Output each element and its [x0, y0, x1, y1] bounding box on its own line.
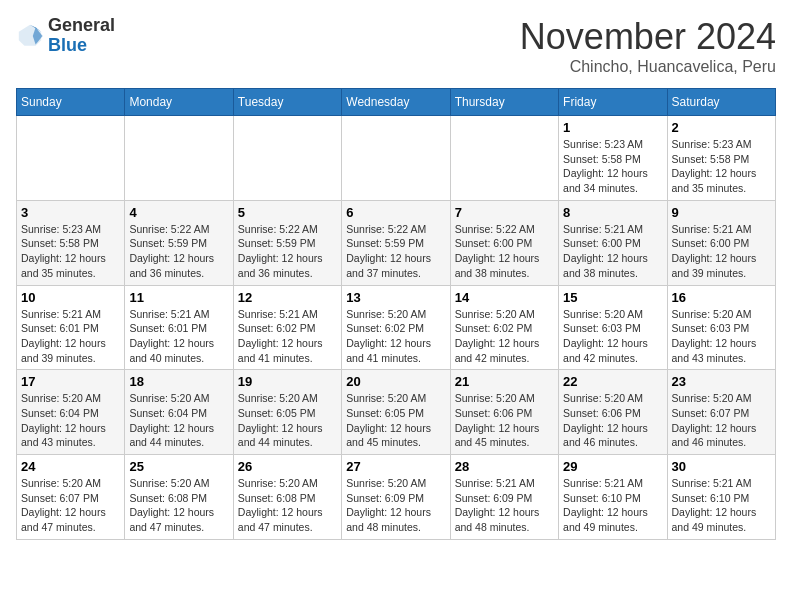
day-number: 12 — [238, 290, 337, 305]
day-number: 30 — [672, 459, 771, 474]
day-info: Sunrise: 5:20 AM Sunset: 6:03 PM Dayligh… — [672, 307, 771, 366]
logo: General Blue — [16, 16, 115, 56]
day-header-saturday: Saturday — [667, 89, 775, 116]
calendar-week-4: 17Sunrise: 5:20 AM Sunset: 6:04 PM Dayli… — [17, 370, 776, 455]
calendar-cell: 5Sunrise: 5:22 AM Sunset: 5:59 PM Daylig… — [233, 200, 341, 285]
calendar-cell — [450, 116, 558, 201]
calendar-week-3: 10Sunrise: 5:21 AM Sunset: 6:01 PM Dayli… — [17, 285, 776, 370]
calendar-cell: 7Sunrise: 5:22 AM Sunset: 6:00 PM Daylig… — [450, 200, 558, 285]
day-info: Sunrise: 5:20 AM Sunset: 6:02 PM Dayligh… — [455, 307, 554, 366]
day-header-monday: Monday — [125, 89, 233, 116]
day-header-tuesday: Tuesday — [233, 89, 341, 116]
day-number: 24 — [21, 459, 120, 474]
day-info: Sunrise: 5:23 AM Sunset: 5:58 PM Dayligh… — [563, 137, 662, 196]
day-header-friday: Friday — [559, 89, 667, 116]
day-info: Sunrise: 5:20 AM Sunset: 6:02 PM Dayligh… — [346, 307, 445, 366]
calendar-cell: 23Sunrise: 5:20 AM Sunset: 6:07 PM Dayli… — [667, 370, 775, 455]
calendar-cell: 13Sunrise: 5:20 AM Sunset: 6:02 PM Dayli… — [342, 285, 450, 370]
logo-icon — [16, 22, 44, 50]
day-number: 16 — [672, 290, 771, 305]
day-header-sunday: Sunday — [17, 89, 125, 116]
day-info: Sunrise: 5:21 AM Sunset: 6:01 PM Dayligh… — [129, 307, 228, 366]
calendar-cell: 4Sunrise: 5:22 AM Sunset: 5:59 PM Daylig… — [125, 200, 233, 285]
day-number: 20 — [346, 374, 445, 389]
location: Chincho, Huancavelica, Peru — [520, 58, 776, 76]
day-number: 25 — [129, 459, 228, 474]
calendar-cell: 29Sunrise: 5:21 AM Sunset: 6:10 PM Dayli… — [559, 455, 667, 540]
logo-blue: Blue — [48, 36, 115, 56]
day-info: Sunrise: 5:20 AM Sunset: 6:05 PM Dayligh… — [346, 391, 445, 450]
month-title: November 2024 — [520, 16, 776, 58]
day-number: 2 — [672, 120, 771, 135]
calendar-cell: 9Sunrise: 5:21 AM Sunset: 6:00 PM Daylig… — [667, 200, 775, 285]
calendar-cell: 18Sunrise: 5:20 AM Sunset: 6:04 PM Dayli… — [125, 370, 233, 455]
calendar-cell: 22Sunrise: 5:20 AM Sunset: 6:06 PM Dayli… — [559, 370, 667, 455]
calendar-cell — [17, 116, 125, 201]
calendar-cell: 16Sunrise: 5:20 AM Sunset: 6:03 PM Dayli… — [667, 285, 775, 370]
day-number: 17 — [21, 374, 120, 389]
calendar-cell: 8Sunrise: 5:21 AM Sunset: 6:00 PM Daylig… — [559, 200, 667, 285]
day-info: Sunrise: 5:21 AM Sunset: 6:10 PM Dayligh… — [563, 476, 662, 535]
calendar-cell: 25Sunrise: 5:20 AM Sunset: 6:08 PM Dayli… — [125, 455, 233, 540]
day-header-thursday: Thursday — [450, 89, 558, 116]
day-number: 23 — [672, 374, 771, 389]
calendar-cell: 12Sunrise: 5:21 AM Sunset: 6:02 PM Dayli… — [233, 285, 341, 370]
day-info: Sunrise: 5:21 AM Sunset: 6:00 PM Dayligh… — [672, 222, 771, 281]
day-number: 26 — [238, 459, 337, 474]
day-number: 1 — [563, 120, 662, 135]
day-info: Sunrise: 5:22 AM Sunset: 6:00 PM Dayligh… — [455, 222, 554, 281]
page-header: General Blue November 2024 Chincho, Huan… — [16, 16, 776, 76]
day-number: 3 — [21, 205, 120, 220]
day-number: 4 — [129, 205, 228, 220]
calendar-cell: 1Sunrise: 5:23 AM Sunset: 5:58 PM Daylig… — [559, 116, 667, 201]
calendar-cell: 17Sunrise: 5:20 AM Sunset: 6:04 PM Dayli… — [17, 370, 125, 455]
day-info: Sunrise: 5:21 AM Sunset: 6:02 PM Dayligh… — [238, 307, 337, 366]
day-info: Sunrise: 5:22 AM Sunset: 5:59 PM Dayligh… — [346, 222, 445, 281]
calendar-cell: 21Sunrise: 5:20 AM Sunset: 6:06 PM Dayli… — [450, 370, 558, 455]
day-info: Sunrise: 5:21 AM Sunset: 6:09 PM Dayligh… — [455, 476, 554, 535]
day-info: Sunrise: 5:20 AM Sunset: 6:07 PM Dayligh… — [21, 476, 120, 535]
calendar-week-2: 3Sunrise: 5:23 AM Sunset: 5:58 PM Daylig… — [17, 200, 776, 285]
day-info: Sunrise: 5:23 AM Sunset: 5:58 PM Dayligh… — [21, 222, 120, 281]
day-number: 19 — [238, 374, 337, 389]
logo-general: General — [48, 16, 115, 36]
calendar-cell: 11Sunrise: 5:21 AM Sunset: 6:01 PM Dayli… — [125, 285, 233, 370]
day-info: Sunrise: 5:20 AM Sunset: 6:08 PM Dayligh… — [238, 476, 337, 535]
calendar-week-5: 24Sunrise: 5:20 AM Sunset: 6:07 PM Dayli… — [17, 455, 776, 540]
calendar-week-1: 1Sunrise: 5:23 AM Sunset: 5:58 PM Daylig… — [17, 116, 776, 201]
day-number: 22 — [563, 374, 662, 389]
day-info: Sunrise: 5:20 AM Sunset: 6:06 PM Dayligh… — [563, 391, 662, 450]
day-number: 29 — [563, 459, 662, 474]
day-number: 6 — [346, 205, 445, 220]
day-number: 9 — [672, 205, 771, 220]
calendar-table: SundayMondayTuesdayWednesdayThursdayFrid… — [16, 88, 776, 540]
day-number: 21 — [455, 374, 554, 389]
day-info: Sunrise: 5:20 AM Sunset: 6:03 PM Dayligh… — [563, 307, 662, 366]
calendar-cell: 3Sunrise: 5:23 AM Sunset: 5:58 PM Daylig… — [17, 200, 125, 285]
calendar-cell: 2Sunrise: 5:23 AM Sunset: 5:58 PM Daylig… — [667, 116, 775, 201]
day-info: Sunrise: 5:22 AM Sunset: 5:59 PM Dayligh… — [238, 222, 337, 281]
title-block: November 2024 Chincho, Huancavelica, Per… — [520, 16, 776, 76]
day-number: 15 — [563, 290, 662, 305]
calendar-cell — [125, 116, 233, 201]
day-info: Sunrise: 5:21 AM Sunset: 6:00 PM Dayligh… — [563, 222, 662, 281]
day-info: Sunrise: 5:20 AM Sunset: 6:04 PM Dayligh… — [21, 391, 120, 450]
calendar-cell: 26Sunrise: 5:20 AM Sunset: 6:08 PM Dayli… — [233, 455, 341, 540]
day-number: 14 — [455, 290, 554, 305]
day-number: 13 — [346, 290, 445, 305]
calendar-cell — [233, 116, 341, 201]
day-info: Sunrise: 5:22 AM Sunset: 5:59 PM Dayligh… — [129, 222, 228, 281]
day-info: Sunrise: 5:20 AM Sunset: 6:09 PM Dayligh… — [346, 476, 445, 535]
day-info: Sunrise: 5:20 AM Sunset: 6:05 PM Dayligh… — [238, 391, 337, 450]
calendar-cell: 20Sunrise: 5:20 AM Sunset: 6:05 PM Dayli… — [342, 370, 450, 455]
calendar-cell — [342, 116, 450, 201]
day-number: 8 — [563, 205, 662, 220]
calendar-cell: 14Sunrise: 5:20 AM Sunset: 6:02 PM Dayli… — [450, 285, 558, 370]
calendar-cell: 19Sunrise: 5:20 AM Sunset: 6:05 PM Dayli… — [233, 370, 341, 455]
calendar-cell: 27Sunrise: 5:20 AM Sunset: 6:09 PM Dayli… — [342, 455, 450, 540]
day-info: Sunrise: 5:21 AM Sunset: 6:01 PM Dayligh… — [21, 307, 120, 366]
day-number: 7 — [455, 205, 554, 220]
day-number: 28 — [455, 459, 554, 474]
calendar-cell: 28Sunrise: 5:21 AM Sunset: 6:09 PM Dayli… — [450, 455, 558, 540]
day-info: Sunrise: 5:20 AM Sunset: 6:07 PM Dayligh… — [672, 391, 771, 450]
